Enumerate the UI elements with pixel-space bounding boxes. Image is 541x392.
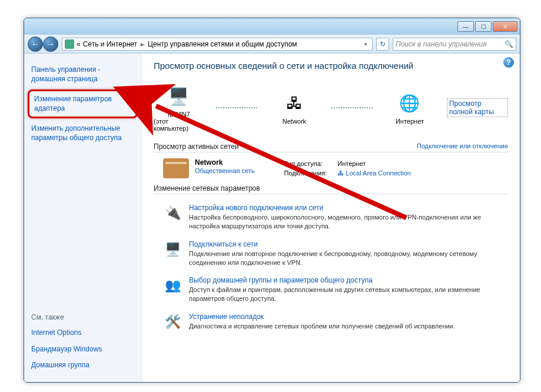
forward-button[interactable]: → — [43, 36, 58, 52]
network-map: 🖥️ IEWIN7 (этот компьютер) 🖧 Network 🌐 И… — [154, 79, 508, 137]
search-input[interactable]: Поиск в панели управления 🔍 — [393, 38, 516, 51]
sidebar-internet-options-link[interactable]: Internet Options — [31, 328, 134, 338]
computer-icon: 🖥️ — [167, 84, 191, 108]
close-button[interactable]: ✕ — [493, 21, 517, 32]
setting-desc: Настройка беспроводного, широкополосного… — [189, 213, 505, 231]
network-identity: Network Общественная сеть — [163, 158, 255, 178]
setting-title: Подключиться к сети — [189, 240, 505, 248]
breadcrumb-prefix: « — [77, 40, 81, 48]
setting-connect-network[interactable]: 🖥️ Подключиться к сети Подключение или п… — [154, 235, 508, 272]
detail-key: Подключения: — [280, 169, 332, 177]
plug-icon: 🔌 — [163, 204, 182, 222]
setting-title: Настройка нового подключения или сети — [189, 204, 505, 212]
monitor-icon: 🖥️ — [163, 240, 182, 259]
chevron-right-icon: ▸ — [140, 40, 145, 48]
maximize-button[interactable]: ☐ — [475, 21, 492, 32]
search-placeholder: Поиск в панели управления — [396, 40, 487, 48]
connection-name: Local Area Connection — [346, 170, 411, 177]
network-center-icon — [65, 39, 74, 49]
map-node-name: Network — [283, 118, 306, 125]
table-row: Тип доступа: Интернет — [280, 160, 416, 168]
setting-homegroup[interactable]: 👥 Выбор домашней группы и параметров общ… — [154, 271, 508, 308]
map-node-network: 🖧 Network — [269, 91, 320, 125]
connection-link[interactable]: 🖧 Local Area Connection — [333, 169, 416, 177]
sidebar-adapter-settings-link[interactable]: Изменение параметров адаптера — [34, 95, 131, 113]
sidebar-home-link[interactable]: Панель управления - домашняя страница — [31, 65, 134, 84]
sidebar: Панель управления - домашняя страница Из… — [24, 54, 142, 382]
breadcrumb-item[interactable]: Центр управления сетями и общим доступом — [148, 40, 297, 48]
map-node-internet: 🌐 Интернет — [384, 91, 435, 125]
active-network-item: Network Общественная сеть Тип доступа: И… — [163, 158, 508, 178]
map-node-name: Интернет — [396, 118, 424, 125]
breadcrumb-item[interactable]: Сеть и Интернет — [83, 40, 137, 48]
detail-value: Интернет — [333, 160, 416, 168]
setting-desc: Диагностика и исправление сетевых пробле… — [189, 322, 455, 331]
minimize-button[interactable]: — — [457, 21, 474, 32]
connect-disconnect-link[interactable]: Подключение или отключение — [417, 142, 508, 150]
content-pane: ? Просмотр основных сведений о сети и на… — [142, 54, 520, 382]
control-panel-window: — ☐ ✕ ← → « Сеть и Интернет ▸ Центр упра… — [24, 18, 520, 383]
active-networks-label: Просмотр активных сетей Подключение или … — [154, 142, 508, 152]
setting-troubleshoot[interactable]: 🛠️ Устранение неполадок Диагностика и ис… — [154, 308, 508, 336]
back-button[interactable]: ← — [28, 36, 43, 52]
sidebar-homegroup-link[interactable]: Домашняя группа — [31, 361, 134, 370]
adapter-icon: 🖧 — [337, 170, 344, 177]
refresh-button[interactable]: ↻ — [376, 38, 389, 51]
address-bar[interactable]: « Сеть и Интернет ▸ Центр управления сет… — [62, 38, 373, 51]
network-details: Тип доступа: Интернет Подключения: 🖧 Loc… — [278, 158, 417, 178]
page-title: Просмотр основных сведений о сети и наст… — [154, 61, 508, 71]
setting-desc: Доступ к файлам и принтерам, расположенн… — [189, 285, 505, 303]
navigation-row: ← → « Сеть и Интернет ▸ Центр управления… — [24, 35, 520, 54]
change-settings-label: Изменение сетевых параметров — [154, 184, 508, 194]
see-also-heading: См. также — [31, 313, 134, 321]
network-name: Network — [195, 158, 223, 167]
people-icon: 👥 — [163, 276, 182, 295]
help-icon[interactable]: ? — [503, 57, 514, 68]
settings-list: 🔌 Настройка нового подключения или сети … — [154, 199, 508, 336]
detail-key: Тип доступа: — [280, 160, 332, 168]
sidebar-firewall-link[interactable]: Брандмауэр Windows — [31, 345, 134, 354]
globe-icon: 🌐 — [397, 91, 422, 115]
network-type-link[interactable]: Общественная сеть — [195, 167, 255, 174]
section-label-text: Просмотр активных сетей — [154, 142, 238, 151]
sidebar-advanced-sharing-link[interactable]: Изменить дополнительные параметры общего… — [31, 124, 134, 142]
map-node-this-pc: 🖥️ IEWIN7 (этот компьютер) — [154, 84, 204, 132]
nav-buttons: ← → — [28, 36, 58, 52]
full-map-link[interactable]: Просмотр полной карты — [447, 98, 508, 117]
network-icon: 🖧 — [282, 91, 307, 115]
map-connection-line — [331, 107, 373, 108]
setting-title: Выбор домашней группы и параметров общег… — [189, 276, 505, 284]
setting-desc: Подключение или повторное подключение к … — [189, 250, 505, 267]
address-dropdown[interactable]: ▾ — [362, 41, 370, 47]
titlebar: — ☐ ✕ — [24, 18, 520, 35]
map-connection-line — [216, 107, 257, 108]
wrench-icon: 🛠️ — [163, 313, 182, 331]
search-icon: 🔍 — [505, 40, 513, 48]
table-row: Подключения: 🖧 Local Area Connection — [280, 169, 416, 177]
park-bench-icon — [163, 158, 189, 178]
map-node-sub: (этот компьютер) — [154, 118, 204, 132]
window-body: Панель управления - домашняя страница Из… — [24, 54, 520, 382]
annotation-highlight: Изменение параметров адаптера — [28, 89, 138, 118]
setting-title: Устранение неполадок — [189, 313, 455, 321]
map-node-name: IEWIN7 — [168, 111, 190, 118]
setting-new-connection[interactable]: 🔌 Настройка нового подключения или сети … — [154, 199, 508, 235]
